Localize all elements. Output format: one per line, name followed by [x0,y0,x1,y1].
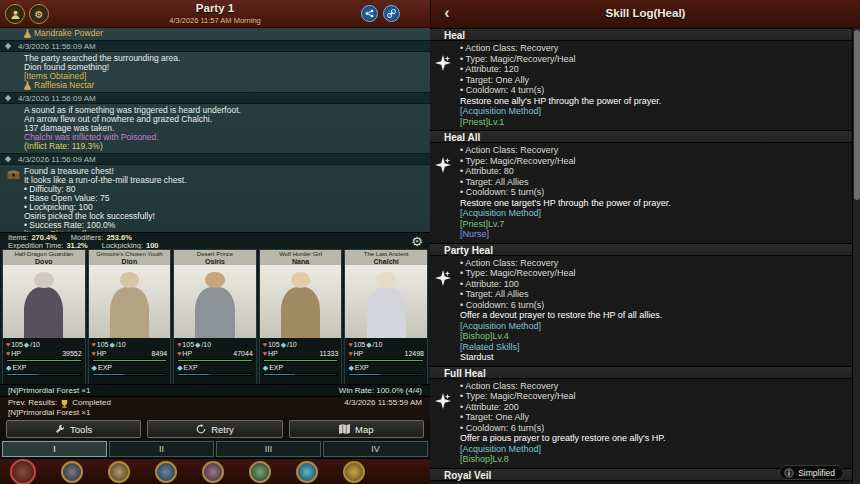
diamond-icon: ◆ [6,363,11,372]
heart-icon: ♥ [348,349,352,358]
exp-value: 47044 [233,349,252,358]
hp-label: HP [354,349,364,358]
event-log[interactable]: Mandrake Powder 4/3/2026 11:56:09 AM The… [0,28,430,232]
member-portrait [260,265,342,338]
skill-description: Restore one target's HP through the powe… [460,198,844,209]
dock-avatar-5[interactable] [202,461,224,483]
dock-avatar-1[interactable] [10,459,36,484]
exp-bar [177,373,253,376]
previous-results: Prev. Results: Completed 4/3/2026 11:55:… [0,396,430,418]
retry-button[interactable]: Retry [147,420,282,438]
prev-results-label: Prev. Results: [8,398,57,408]
tab-party-1[interactable]: I [2,441,107,457]
prev-status: Completed [72,398,111,408]
exp-label: EXP [12,363,26,372]
skill-sparkle-icon [435,55,451,75]
member-name: Dovo [3,258,85,265]
acquisition-class: [Priest]Lv.1 [460,117,844,128]
info-icon [784,468,794,478]
hp-label: HP [97,349,107,358]
exp-value: 11333 [319,349,338,358]
dock-avatar-4[interactable] [155,461,177,483]
current-location-row: [N]Primordial Forest ×1 Win Rate: 100.0%… [0,384,430,396]
dock-avatar-3[interactable] [108,461,130,483]
link-icon[interactable] [383,5,400,22]
heart-icon: ♥ [348,340,352,349]
member-name: Dion [89,258,171,265]
dock-avatar-7[interactable] [296,461,318,483]
action-buttons: Tools Retry Map [0,418,430,440]
member-portrait [89,265,171,338]
skill-entry: • Action Class: Recovery • Type: Magic/R… [430,379,852,468]
heart-icon: ♥ [263,349,267,358]
member-class: Half-Dragon Guardian [3,250,85,258]
log-timestamp: 4/3/2026 11:56:09 AM [0,153,430,165]
acquisition-method-label: [Acquisition Method] [460,106,844,117]
tab-party-2[interactable]: II [109,441,214,457]
exp-label: EXP [269,363,283,372]
log-item: Mandrake Powder [6,29,424,38]
exp-bar [348,373,424,376]
heart-icon: ♥ [177,340,181,349]
member-name: Osiris [174,258,256,265]
party-member-card[interactable]: Wolf Horder Girl Nana ♥105◆/10 ♥HP11333 … [259,249,343,385]
member-class: Grimoire's Chosen Youth [89,250,171,258]
hp-bar [263,359,339,362]
skill-log-title: Skill Log(Heal) [431,7,860,19]
party-member-card[interactable]: The Last Ancient Chalchi ♥105◆/10 ♥HP124… [344,249,428,385]
simplified-toggle[interactable]: Simplified [779,465,844,480]
skill-description: Offer a pious prayer to greatly restore … [460,433,844,444]
prev-location: [N]Primordial Forest ×1 [8,408,422,418]
exp-value: 12498 [405,349,424,358]
skill-entry: • Action Class: Recovery • Type: Magic/R… [430,143,852,243]
member-portrait [345,265,427,338]
game-screen: ⚙ Party 1 4/3/2026 11:57 AM Morning ‹ Sk… [0,0,860,484]
retry-icon [196,424,206,434]
trophy-icon [60,399,69,408]
party-member-card[interactable]: Grimoire's Chosen Youth Dion ♥105◆/10 ♥H… [88,249,172,385]
skill-log-header: ‹ Skill Log(Heal) [430,0,860,28]
party-panel: Mandrake Powder 4/3/2026 11:56:09 AM The… [0,28,430,484]
skill-name: Heal All [430,130,852,143]
member-class: The Last Ancient [345,250,427,258]
exp-bar [263,373,339,376]
hp-bar [348,359,424,362]
heart-icon: ♥ [6,340,10,349]
tools-button[interactable]: Tools [6,420,141,438]
skill-log-list[interactable]: Heal • Action Class: Recovery • Type: Ma… [430,28,852,484]
win-rate: Win Rate: 100.0% (4/4) [339,385,422,396]
exp-value: 8494 [152,349,168,358]
skill-description: Restore one ally's HP through the power … [460,96,844,107]
tab-party-3[interactable]: III [216,441,321,457]
party-stats: Items:270.4% Modifiers:253.6% Expedition… [0,233,430,249]
potion-icon [24,29,31,38]
diamond-icon: ◆ [195,340,200,349]
treasure-entry: Found a treasure chest! It looks like a … [6,167,424,232]
share-icon[interactable] [361,5,378,22]
log-item: Rafflesia Nectar [6,81,424,90]
acquisition-class: [Bishop]Lv.4 [460,331,844,342]
wrench-icon [55,424,65,434]
dock-avatar-6[interactable] [249,461,271,483]
party-tabs: I II III IV [0,440,430,458]
party-member-card[interactable]: Half-Dragon Guardian Dovo ♥105◆/10 ♥HP39… [2,249,86,385]
hp-bar [6,359,82,362]
diamond-icon: ◆ [348,363,353,372]
hp-bar [177,359,253,362]
party-member-card[interactable]: Desert Prince Osiris ♥105◆/10 ♥HP47044 ◆… [173,249,257,385]
member-portrait [174,265,256,338]
diamond-icon: ◆ [366,340,371,349]
hp-label: HP [268,349,278,358]
inflict-rate-line: (Inflict Rate: 119.3%) [6,142,424,151]
skill-description: Offer a devout prayer to restore the HP … [460,310,844,321]
party-overview: Items:270.4% Modifiers:253.6% Expedition… [0,232,430,384]
pin-icon [5,156,12,163]
map-icon [339,424,350,434]
dock-avatar-8[interactable] [343,461,365,483]
scrollbar-thumb[interactable] [854,30,860,200]
map-button[interactable]: Map [289,420,424,438]
tab-party-4[interactable]: IV [323,441,428,457]
scrollbar[interactable] [852,28,860,484]
related-skills-label: [Related Skills] [460,342,844,353]
dock-avatar-2[interactable] [61,461,83,483]
